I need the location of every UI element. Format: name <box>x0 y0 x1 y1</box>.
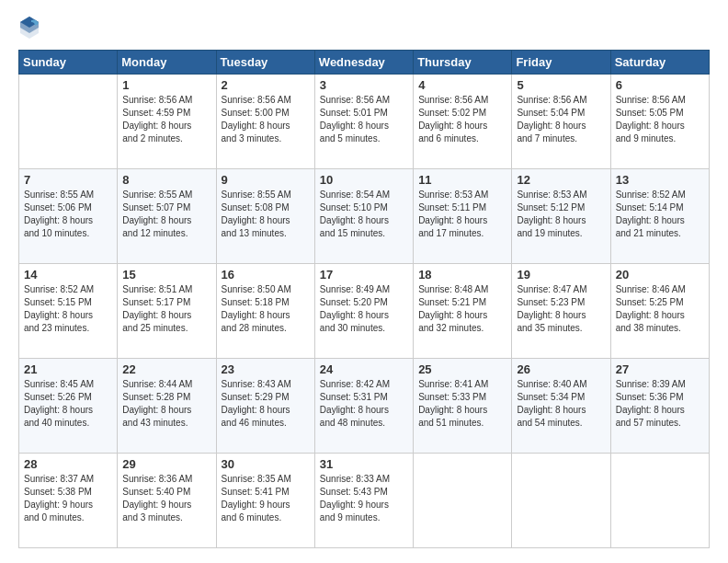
day-number: 15 <box>122 268 210 282</box>
day-info: Sunrise: 8:53 AM Sunset: 5:11 PM Dayligh… <box>418 189 506 240</box>
logo <box>18 15 44 40</box>
day-number: 2 <box>222 78 310 92</box>
weekday-header-tuesday: Tuesday <box>216 51 314 75</box>
day-info: Sunrise: 8:42 AM Sunset: 5:31 PM Dayligh… <box>320 378 408 430</box>
calendar-cell: 26Sunrise: 8:40 AM Sunset: 5:34 PM Dayli… <box>512 359 610 454</box>
day-info: Sunrise: 8:36 AM Sunset: 5:40 PM Dayligh… <box>122 473 210 524</box>
day-number: 31 <box>320 457 408 471</box>
calendar-cell: 7Sunrise: 8:55 AM Sunset: 5:06 PM Daylig… <box>19 169 118 264</box>
calendar-cell: 25Sunrise: 8:41 AM Sunset: 5:33 PM Dayli… <box>414 359 512 454</box>
day-info: Sunrise: 8:43 AM Sunset: 5:29 PM Dayligh… <box>222 378 310 430</box>
calendar-cell: 9Sunrise: 8:55 AM Sunset: 5:08 PM Daylig… <box>216 169 314 264</box>
day-number: 17 <box>320 268 408 282</box>
calendar-cell: 14Sunrise: 8:52 AM Sunset: 5:15 PM Dayli… <box>19 264 118 359</box>
day-info: Sunrise: 8:41 AM Sunset: 5:33 PM Dayligh… <box>418 378 506 430</box>
day-info: Sunrise: 8:56 AM Sunset: 5:05 PM Dayligh… <box>616 94 704 145</box>
calendar-week-row: 21Sunrise: 8:45 AM Sunset: 5:26 PM Dayli… <box>19 359 710 454</box>
calendar-cell: 16Sunrise: 8:50 AM Sunset: 5:18 PM Dayli… <box>216 264 314 359</box>
calendar-week-row: 7Sunrise: 8:55 AM Sunset: 5:06 PM Daylig… <box>19 169 710 264</box>
day-number: 6 <box>616 78 704 92</box>
calendar-cell: 4Sunrise: 8:56 AM Sunset: 5:02 PM Daylig… <box>414 75 512 169</box>
day-info: Sunrise: 8:56 AM Sunset: 5:04 PM Dayligh… <box>517 94 605 145</box>
day-number: 14 <box>24 268 112 282</box>
calendar-cell: 19Sunrise: 8:47 AM Sunset: 5:23 PM Dayli… <box>512 264 610 359</box>
day-number: 16 <box>222 268 310 282</box>
calendar-cell: 11Sunrise: 8:53 AM Sunset: 5:11 PM Dayli… <box>414 169 512 264</box>
calendar-cell: 27Sunrise: 8:39 AM Sunset: 5:36 PM Dayli… <box>610 359 709 454</box>
weekday-header-saturday: Saturday <box>610 51 709 75</box>
day-info: Sunrise: 8:56 AM Sunset: 5:00 PM Dayligh… <box>222 94 310 145</box>
day-number: 23 <box>222 362 310 376</box>
day-info: Sunrise: 8:35 AM Sunset: 5:41 PM Dayligh… <box>222 473 310 524</box>
day-number: 1 <box>122 78 210 92</box>
calendar-cell: 10Sunrise: 8:54 AM Sunset: 5:10 PM Dayli… <box>314 169 413 264</box>
calendar-week-row: 1Sunrise: 8:56 AM Sunset: 4:59 PM Daylig… <box>19 75 710 169</box>
calendar-cell: 3Sunrise: 8:56 AM Sunset: 5:01 PM Daylig… <box>314 75 413 169</box>
day-info: Sunrise: 8:56 AM Sunset: 5:01 PM Dayligh… <box>320 94 408 145</box>
day-info: Sunrise: 8:56 AM Sunset: 4:59 PM Dayligh… <box>122 94 210 145</box>
calendar-cell: 6Sunrise: 8:56 AM Sunset: 5:05 PM Daylig… <box>610 75 709 169</box>
day-number: 9 <box>222 173 310 187</box>
day-info: Sunrise: 8:55 AM Sunset: 5:06 PM Dayligh… <box>24 189 112 240</box>
calendar-cell: 12Sunrise: 8:53 AM Sunset: 5:12 PM Dayli… <box>512 169 610 264</box>
day-info: Sunrise: 8:49 AM Sunset: 5:20 PM Dayligh… <box>320 283 408 335</box>
day-number: 27 <box>616 362 704 376</box>
calendar-cell: 23Sunrise: 8:43 AM Sunset: 5:29 PM Dayli… <box>216 359 314 454</box>
calendar-cell: 15Sunrise: 8:51 AM Sunset: 5:17 PM Dayli… <box>118 264 216 359</box>
weekday-header-row: SundayMondayTuesdayWednesdayThursdayFrid… <box>19 51 710 75</box>
calendar-cell <box>19 75 118 169</box>
day-number: 20 <box>616 268 704 282</box>
day-number: 24 <box>320 362 408 376</box>
day-number: 25 <box>418 362 506 376</box>
calendar-cell: 20Sunrise: 8:46 AM Sunset: 5:25 PM Dayli… <box>610 264 709 359</box>
calendar-cell <box>610 454 709 548</box>
day-number: 22 <box>122 362 210 376</box>
calendar-week-row: 14Sunrise: 8:52 AM Sunset: 5:15 PM Dayli… <box>19 264 710 359</box>
day-info: Sunrise: 8:47 AM Sunset: 5:23 PM Dayligh… <box>517 283 605 335</box>
day-info: Sunrise: 8:53 AM Sunset: 5:12 PM Dayligh… <box>517 189 605 240</box>
weekday-header-monday: Monday <box>118 51 216 75</box>
day-number: 28 <box>24 457 112 471</box>
calendar-cell: 29Sunrise: 8:36 AM Sunset: 5:40 PM Dayli… <box>118 454 216 548</box>
calendar-cell: 28Sunrise: 8:37 AM Sunset: 5:38 PM Dayli… <box>19 454 118 548</box>
weekday-header-sunday: Sunday <box>19 51 118 75</box>
calendar-cell: 5Sunrise: 8:56 AM Sunset: 5:04 PM Daylig… <box>512 75 610 169</box>
calendar-cell: 17Sunrise: 8:49 AM Sunset: 5:20 PM Dayli… <box>314 264 413 359</box>
day-number: 13 <box>616 173 704 187</box>
day-info: Sunrise: 8:52 AM Sunset: 5:14 PM Dayligh… <box>616 189 704 240</box>
day-info: Sunrise: 8:55 AM Sunset: 5:08 PM Dayligh… <box>222 189 310 240</box>
day-number: 18 <box>418 268 506 282</box>
page: SundayMondayTuesdayWednesdayThursdayFrid… <box>0 0 728 563</box>
day-info: Sunrise: 8:37 AM Sunset: 5:38 PM Dayligh… <box>24 473 112 524</box>
day-number: 12 <box>517 173 605 187</box>
calendar-cell: 21Sunrise: 8:45 AM Sunset: 5:26 PM Dayli… <box>19 359 118 454</box>
day-number: 8 <box>122 173 210 187</box>
weekday-header-thursday: Thursday <box>414 51 512 75</box>
day-number: 19 <box>517 268 605 282</box>
day-info: Sunrise: 8:56 AM Sunset: 5:02 PM Dayligh… <box>418 94 506 145</box>
day-info: Sunrise: 8:55 AM Sunset: 5:07 PM Dayligh… <box>122 189 210 240</box>
header <box>18 15 710 40</box>
calendar-cell: 13Sunrise: 8:52 AM Sunset: 5:14 PM Dayli… <box>610 169 709 264</box>
calendar-cell: 30Sunrise: 8:35 AM Sunset: 5:41 PM Dayli… <box>216 454 314 548</box>
day-info: Sunrise: 8:40 AM Sunset: 5:34 PM Dayligh… <box>517 378 605 430</box>
calendar-cell <box>512 454 610 548</box>
day-info: Sunrise: 8:54 AM Sunset: 5:10 PM Dayligh… <box>320 189 408 240</box>
day-info: Sunrise: 8:52 AM Sunset: 5:15 PM Dayligh… <box>24 283 112 335</box>
day-number: 26 <box>517 362 605 376</box>
weekday-header-friday: Friday <box>512 51 610 75</box>
day-info: Sunrise: 8:33 AM Sunset: 5:43 PM Dayligh… <box>320 473 408 524</box>
day-info: Sunrise: 8:48 AM Sunset: 5:21 PM Dayligh… <box>418 283 506 335</box>
day-info: Sunrise: 8:39 AM Sunset: 5:36 PM Dayligh… <box>616 378 704 430</box>
day-number: 10 <box>320 173 408 187</box>
day-number: 30 <box>222 457 310 471</box>
calendar-cell: 24Sunrise: 8:42 AM Sunset: 5:31 PM Dayli… <box>314 359 413 454</box>
day-info: Sunrise: 8:50 AM Sunset: 5:18 PM Dayligh… <box>222 283 310 335</box>
calendar-table: SundayMondayTuesdayWednesdayThursdayFrid… <box>18 50 710 548</box>
day-info: Sunrise: 8:45 AM Sunset: 5:26 PM Dayligh… <box>24 378 112 430</box>
calendar-week-row: 28Sunrise: 8:37 AM Sunset: 5:38 PM Dayli… <box>19 454 710 548</box>
calendar-cell: 8Sunrise: 8:55 AM Sunset: 5:07 PM Daylig… <box>118 169 216 264</box>
day-number: 7 <box>24 173 112 187</box>
calendar-cell: 1Sunrise: 8:56 AM Sunset: 4:59 PM Daylig… <box>118 75 216 169</box>
day-number: 3 <box>320 78 408 92</box>
